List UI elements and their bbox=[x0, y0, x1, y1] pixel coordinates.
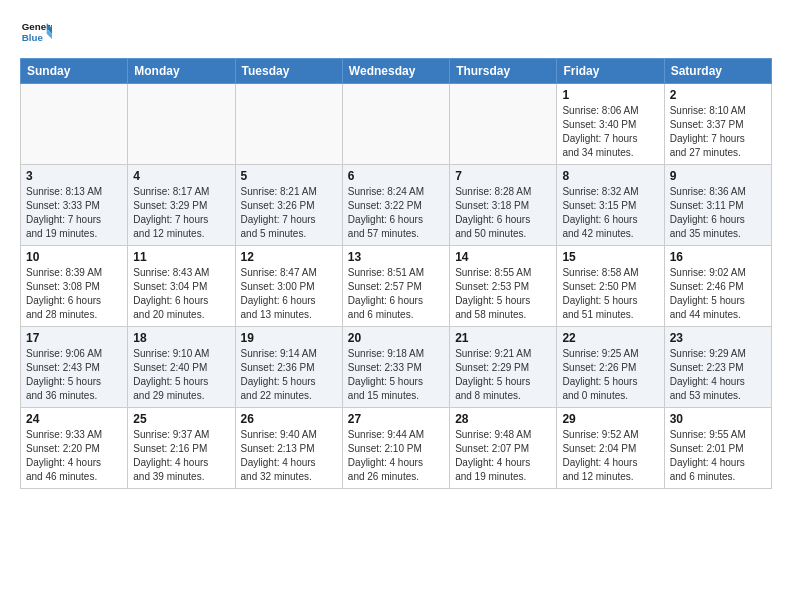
day-info: Sunrise: 9:48 AMSunset: 2:07 PMDaylight:… bbox=[455, 428, 551, 484]
calendar-cell: 5Sunrise: 8:21 AMSunset: 3:26 PMDaylight… bbox=[235, 165, 342, 246]
day-number: 25 bbox=[133, 412, 229, 426]
calendar-cell: 6Sunrise: 8:24 AMSunset: 3:22 PMDaylight… bbox=[342, 165, 449, 246]
day-number: 6 bbox=[348, 169, 444, 183]
day-info: Sunrise: 9:21 AMSunset: 2:29 PMDaylight:… bbox=[455, 347, 551, 403]
day-info: Sunrise: 9:18 AMSunset: 2:33 PMDaylight:… bbox=[348, 347, 444, 403]
calendar-cell: 4Sunrise: 8:17 AMSunset: 3:29 PMDaylight… bbox=[128, 165, 235, 246]
logo: General Blue bbox=[20, 16, 52, 48]
day-number: 1 bbox=[562, 88, 658, 102]
weekday-header-wednesday: Wednesday bbox=[342, 59, 449, 84]
calendar-cell: 24Sunrise: 9:33 AMSunset: 2:20 PMDayligh… bbox=[21, 408, 128, 489]
day-info: Sunrise: 9:29 AMSunset: 2:23 PMDaylight:… bbox=[670, 347, 766, 403]
logo-icon: General Blue bbox=[20, 16, 52, 48]
day-info: Sunrise: 8:24 AMSunset: 3:22 PMDaylight:… bbox=[348, 185, 444, 241]
calendar-cell: 29Sunrise: 9:52 AMSunset: 2:04 PMDayligh… bbox=[557, 408, 664, 489]
day-number: 19 bbox=[241, 331, 337, 345]
day-info: Sunrise: 8:39 AMSunset: 3:08 PMDaylight:… bbox=[26, 266, 122, 322]
header: General Blue bbox=[20, 16, 772, 48]
day-info: Sunrise: 8:47 AMSunset: 3:00 PMDaylight:… bbox=[241, 266, 337, 322]
calendar-week-row-2: 3Sunrise: 8:13 AMSunset: 3:33 PMDaylight… bbox=[21, 165, 772, 246]
calendar-cell: 30Sunrise: 9:55 AMSunset: 2:01 PMDayligh… bbox=[664, 408, 771, 489]
day-number: 3 bbox=[26, 169, 122, 183]
day-number: 17 bbox=[26, 331, 122, 345]
day-number: 10 bbox=[26, 250, 122, 264]
day-number: 26 bbox=[241, 412, 337, 426]
weekday-header-saturday: Saturday bbox=[664, 59, 771, 84]
calendar-cell: 18Sunrise: 9:10 AMSunset: 2:40 PMDayligh… bbox=[128, 327, 235, 408]
day-number: 4 bbox=[133, 169, 229, 183]
day-number: 14 bbox=[455, 250, 551, 264]
day-number: 15 bbox=[562, 250, 658, 264]
weekday-header-tuesday: Tuesday bbox=[235, 59, 342, 84]
day-info: Sunrise: 9:52 AMSunset: 2:04 PMDaylight:… bbox=[562, 428, 658, 484]
day-number: 21 bbox=[455, 331, 551, 345]
calendar-cell: 8Sunrise: 8:32 AMSunset: 3:15 PMDaylight… bbox=[557, 165, 664, 246]
calendar-cell bbox=[128, 84, 235, 165]
calendar-cell: 1Sunrise: 8:06 AMSunset: 3:40 PMDaylight… bbox=[557, 84, 664, 165]
day-number: 24 bbox=[26, 412, 122, 426]
day-number: 22 bbox=[562, 331, 658, 345]
weekday-header-friday: Friday bbox=[557, 59, 664, 84]
calendar-cell: 28Sunrise: 9:48 AMSunset: 2:07 PMDayligh… bbox=[450, 408, 557, 489]
day-info: Sunrise: 8:55 AMSunset: 2:53 PMDaylight:… bbox=[455, 266, 551, 322]
day-info: Sunrise: 9:06 AMSunset: 2:43 PMDaylight:… bbox=[26, 347, 122, 403]
calendar-cell: 20Sunrise: 9:18 AMSunset: 2:33 PMDayligh… bbox=[342, 327, 449, 408]
calendar-cell bbox=[342, 84, 449, 165]
day-number: 28 bbox=[455, 412, 551, 426]
day-info: Sunrise: 8:36 AMSunset: 3:11 PMDaylight:… bbox=[670, 185, 766, 241]
day-number: 18 bbox=[133, 331, 229, 345]
calendar-cell: 7Sunrise: 8:28 AMSunset: 3:18 PMDaylight… bbox=[450, 165, 557, 246]
day-number: 8 bbox=[562, 169, 658, 183]
calendar-cell: 16Sunrise: 9:02 AMSunset: 2:46 PMDayligh… bbox=[664, 246, 771, 327]
day-info: Sunrise: 8:13 AMSunset: 3:33 PMDaylight:… bbox=[26, 185, 122, 241]
day-info: Sunrise: 8:06 AMSunset: 3:40 PMDaylight:… bbox=[562, 104, 658, 160]
weekday-header-sunday: Sunday bbox=[21, 59, 128, 84]
day-info: Sunrise: 8:10 AMSunset: 3:37 PMDaylight:… bbox=[670, 104, 766, 160]
day-info: Sunrise: 8:32 AMSunset: 3:15 PMDaylight:… bbox=[562, 185, 658, 241]
calendar-cell: 9Sunrise: 8:36 AMSunset: 3:11 PMDaylight… bbox=[664, 165, 771, 246]
calendar-week-row-1: 1Sunrise: 8:06 AMSunset: 3:40 PMDaylight… bbox=[21, 84, 772, 165]
calendar-cell: 11Sunrise: 8:43 AMSunset: 3:04 PMDayligh… bbox=[128, 246, 235, 327]
calendar-header-row: SundayMondayTuesdayWednesdayThursdayFrid… bbox=[21, 59, 772, 84]
day-info: Sunrise: 8:51 AMSunset: 2:57 PMDaylight:… bbox=[348, 266, 444, 322]
day-number: 2 bbox=[670, 88, 766, 102]
day-info: Sunrise: 9:14 AMSunset: 2:36 PMDaylight:… bbox=[241, 347, 337, 403]
calendar-cell: 26Sunrise: 9:40 AMSunset: 2:13 PMDayligh… bbox=[235, 408, 342, 489]
day-info: Sunrise: 8:28 AMSunset: 3:18 PMDaylight:… bbox=[455, 185, 551, 241]
calendar-cell: 23Sunrise: 9:29 AMSunset: 2:23 PMDayligh… bbox=[664, 327, 771, 408]
calendar-cell: 22Sunrise: 9:25 AMSunset: 2:26 PMDayligh… bbox=[557, 327, 664, 408]
day-number: 13 bbox=[348, 250, 444, 264]
day-number: 12 bbox=[241, 250, 337, 264]
day-info: Sunrise: 8:17 AMSunset: 3:29 PMDaylight:… bbox=[133, 185, 229, 241]
calendar-cell: 17Sunrise: 9:06 AMSunset: 2:43 PMDayligh… bbox=[21, 327, 128, 408]
day-number: 20 bbox=[348, 331, 444, 345]
day-info: Sunrise: 9:44 AMSunset: 2:10 PMDaylight:… bbox=[348, 428, 444, 484]
day-info: Sunrise: 8:21 AMSunset: 3:26 PMDaylight:… bbox=[241, 185, 337, 241]
day-info: Sunrise: 9:25 AMSunset: 2:26 PMDaylight:… bbox=[562, 347, 658, 403]
day-number: 5 bbox=[241, 169, 337, 183]
day-info: Sunrise: 8:58 AMSunset: 2:50 PMDaylight:… bbox=[562, 266, 658, 322]
day-info: Sunrise: 9:37 AMSunset: 2:16 PMDaylight:… bbox=[133, 428, 229, 484]
day-number: 23 bbox=[670, 331, 766, 345]
day-info: Sunrise: 8:43 AMSunset: 3:04 PMDaylight:… bbox=[133, 266, 229, 322]
calendar-cell: 27Sunrise: 9:44 AMSunset: 2:10 PMDayligh… bbox=[342, 408, 449, 489]
day-info: Sunrise: 9:10 AMSunset: 2:40 PMDaylight:… bbox=[133, 347, 229, 403]
day-number: 7 bbox=[455, 169, 551, 183]
day-number: 11 bbox=[133, 250, 229, 264]
calendar-cell: 2Sunrise: 8:10 AMSunset: 3:37 PMDaylight… bbox=[664, 84, 771, 165]
calendar-cell: 13Sunrise: 8:51 AMSunset: 2:57 PMDayligh… bbox=[342, 246, 449, 327]
calendar-week-row-5: 24Sunrise: 9:33 AMSunset: 2:20 PMDayligh… bbox=[21, 408, 772, 489]
calendar-cell: 3Sunrise: 8:13 AMSunset: 3:33 PMDaylight… bbox=[21, 165, 128, 246]
calendar-cell: 21Sunrise: 9:21 AMSunset: 2:29 PMDayligh… bbox=[450, 327, 557, 408]
calendar-cell: 14Sunrise: 8:55 AMSunset: 2:53 PMDayligh… bbox=[450, 246, 557, 327]
page: General Blue SundayMondayTuesdayWednesda… bbox=[0, 0, 792, 612]
day-info: Sunrise: 9:33 AMSunset: 2:20 PMDaylight:… bbox=[26, 428, 122, 484]
calendar-week-row-4: 17Sunrise: 9:06 AMSunset: 2:43 PMDayligh… bbox=[21, 327, 772, 408]
calendar-week-row-3: 10Sunrise: 8:39 AMSunset: 3:08 PMDayligh… bbox=[21, 246, 772, 327]
calendar-cell: 12Sunrise: 8:47 AMSunset: 3:00 PMDayligh… bbox=[235, 246, 342, 327]
day-number: 29 bbox=[562, 412, 658, 426]
day-number: 30 bbox=[670, 412, 766, 426]
weekday-header-thursday: Thursday bbox=[450, 59, 557, 84]
calendar-cell bbox=[450, 84, 557, 165]
calendar-cell: 25Sunrise: 9:37 AMSunset: 2:16 PMDayligh… bbox=[128, 408, 235, 489]
